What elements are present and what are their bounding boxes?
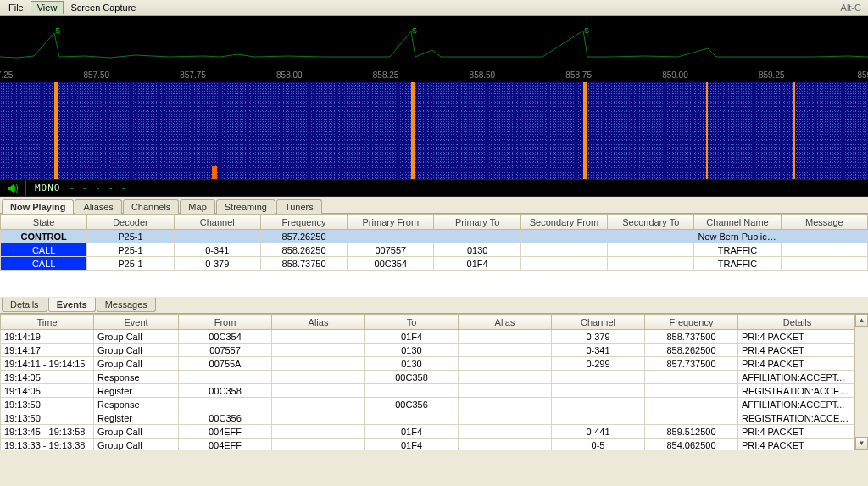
event-row[interactable]: 19:13:33 - 19:13:38Group Call004EFF01F40… [1,439,855,450]
freq-tick: 857.75 [180,70,206,80]
subtab-details[interactable]: Details [2,298,47,312]
speaker-icon[interactable] [5,181,20,196]
subtab-events[interactable]: Events [48,298,96,312]
col-header[interactable]: Channel [552,315,645,330]
waterfall-display[interactable] [0,82,868,179]
event-row[interactable]: 19:14:05Register00C358REGISTRATION:ACCEP… [1,384,855,398]
tab-map[interactable]: Map [180,199,214,214]
event-row[interactable]: 19:14:17Group Call00755701300-341858.262… [1,344,855,357]
event-row[interactable]: 19:13:50Register00C356REGISTRATION:ACCEP… [1,411,855,425]
freq-tick: 858.75 [565,70,592,80]
audio-mode: MONO [35,182,61,193]
event-row[interactable]: 19:14:11 - 19:14:15Group Call00755A01300… [1,357,855,371]
frequency-axis: 857.25857.50857.75858.00858.25858.50858.… [0,69,868,82]
svg-text:S: S [584,26,589,35]
freq-tick: 859.25 [759,70,785,80]
scroll-down-icon[interactable]: ▼ [855,437,868,450]
tab-aliases[interactable]: Aliases [75,199,121,214]
spectrum-display[interactable]: S S S [0,16,868,69]
col-header[interactable]: Secondary To [608,215,694,230]
menu-file[interactable]: File [2,1,31,14]
col-header[interactable]: Channel Name [694,215,781,230]
col-header[interactable]: Alias [272,315,365,330]
freq-tick: 859.5 [857,70,868,80]
col-header[interactable]: State [1,215,87,230]
freq-tick: 858.50 [470,70,496,80]
event-row[interactable]: 19:13:50Response00C356AFFILIATION:ACCEPT… [1,398,855,411]
col-header[interactable]: Channel [174,215,260,230]
event-row[interactable]: 19:14:19Group Call00C35401F40-379858.737… [1,330,855,344]
channel-row[interactable]: CALLP25-10-379858.7375000C35401F4TRAFFIC [1,257,868,271]
col-header[interactable]: Time [1,315,94,330]
tab-streaming[interactable]: Streaming [216,199,275,214]
freq-tick: 857.50 [83,70,109,80]
freq-tick: 857.25 [0,70,13,80]
events-grid[interactable]: TimeEventFromAliasToAliasChannelFrequenc… [0,314,854,450]
freq-tick: 859.00 [662,70,688,80]
tab-tuners[interactable]: Tuners [276,199,322,214]
now-playing-tabs: Now PlayingAliasesChannelsMapStreamingTu… [0,197,868,214]
channel-row[interactable]: CONTROLP25-1857.26250New Bern Public ... [1,230,868,243]
shortcut-hint: Alt-C [841,3,866,13]
menu-screen-capture[interactable]: Screen Capture [64,1,142,14]
event-row[interactable]: 19:13:45 - 19:13:58Group Call004EFF01F40… [1,425,855,439]
scroll-up-icon[interactable]: ▲ [855,314,868,327]
col-header[interactable]: Event [94,315,179,330]
col-header[interactable]: Primary To [434,215,520,230]
col-header[interactable]: From [179,315,272,330]
menubar: File View Screen Capture Alt-C [0,0,868,16]
audio-levels: - - - - - [70,182,128,193]
channel-row[interactable]: CALLP25-10-341858.262500075570130TRAFFIC [1,243,868,257]
event-row[interactable]: 19:14:05Response00C358AFFILIATION:ACCEPT… [1,371,855,384]
col-header[interactable]: Frequency [645,315,738,330]
audio-bar: MONO - - - - - [0,179,868,197]
col-header[interactable]: Secondary From [520,215,607,230]
col-header[interactable]: Message [781,215,867,230]
freq-tick: 858.25 [373,70,399,80]
svg-text:S: S [55,26,60,35]
tab-now-playing[interactable]: Now Playing [2,199,74,214]
subtab-messages[interactable]: Messages [97,298,156,312]
col-header[interactable]: Decoder [87,215,174,230]
col-header[interactable]: Primary From [348,215,434,230]
col-header[interactable]: To [365,315,459,330]
now-playing-grid[interactable]: StateDecoderChannelFrequencyPrimary From… [0,214,868,297]
col-header[interactable]: Details [738,315,855,330]
col-header[interactable]: Frequency [260,215,347,230]
freq-tick: 858.00 [276,70,303,80]
menu-view[interactable]: View [31,1,64,14]
tab-channels[interactable]: Channels [123,199,179,214]
events-scrollbar[interactable]: ▲ ▼ [854,314,868,450]
svg-text:S: S [412,26,417,35]
col-header[interactable]: Alias [459,315,552,330]
sub-tabs: DetailsEventsMessages [0,297,868,314]
